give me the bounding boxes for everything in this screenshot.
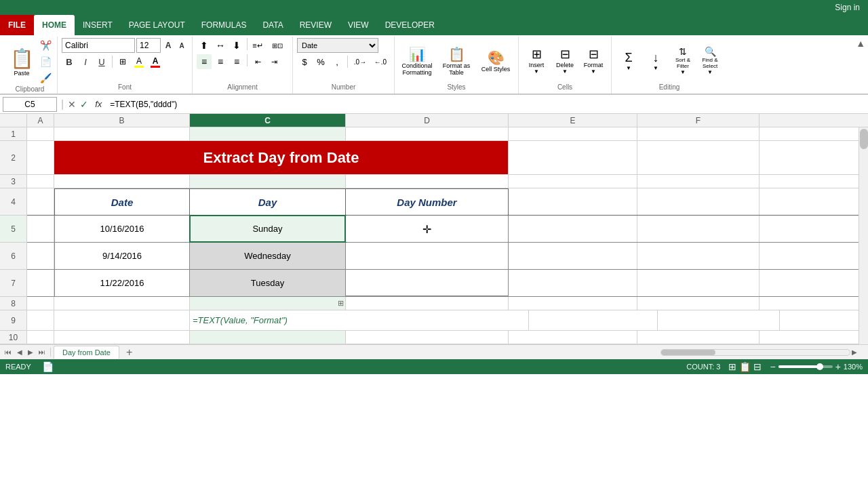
row-header-9[interactable]: 9 (0, 310, 26, 331)
cell-d6[interactable] (346, 243, 509, 269)
italic-button[interactable]: I (78, 54, 93, 69)
tab-home[interactable]: HOME (34, 15, 75, 35)
cell-f5[interactable] (637, 216, 760, 242)
col-header-e[interactable]: E (509, 114, 637, 127)
zoom-out-button[interactable]: − (770, 361, 775, 372)
tab-developer[interactable]: DEVELOPER (377, 15, 443, 35)
align-middle-button[interactable]: ↔ (213, 38, 228, 53)
align-left-button[interactable]: ≡ (197, 54, 212, 69)
cell-f6[interactable] (637, 243, 760, 269)
tab-insert[interactable]: INSERT (75, 15, 121, 35)
page-icon[interactable]: 📄 (42, 361, 54, 372)
cell-b9[interactable] (54, 310, 190, 330)
row-header-2[interactable]: 2 (0, 141, 26, 175)
cell-b8[interactable] (54, 297, 190, 310)
number-format-dropdown[interactable]: Date (297, 38, 378, 53)
conditional-formatting-button[interactable]: 📊 Conditional Formatting (399, 42, 435, 80)
cell-f1[interactable] (637, 127, 760, 140)
increase-decimal-button[interactable]: .0→ (351, 54, 370, 69)
cell-a10[interactable] (27, 331, 54, 344)
cell-e10[interactable] (509, 331, 637, 344)
decrease-indent-button[interactable]: ⇤ (250, 54, 265, 69)
cell-f8[interactable] (637, 297, 760, 310)
cell-d5[interactable]: ✛ (346, 216, 509, 242)
sheet-nav-first[interactable]: ⏮ (3, 348, 14, 357)
col-header-a[interactable]: A (27, 114, 54, 127)
paste-button[interactable]: 📋 Paste (7, 43, 37, 81)
comma-button[interactable]: , (330, 54, 344, 69)
cell-c8[interactable]: ⊞ (190, 297, 346, 310)
confirm-formula-icon[interactable]: ✓ (79, 99, 90, 110)
cell-c4[interactable]: Day (190, 188, 346, 215)
fill-button[interactable]: ↓ ▼ (643, 43, 669, 79)
cell-styles-button[interactable]: 🎨 Cell Styles (477, 42, 514, 80)
wrap-text-button[interactable]: ≡↵ (250, 38, 265, 53)
cell-d4[interactable]: Day Number (346, 188, 509, 215)
cell-f7[interactable] (637, 270, 760, 296)
align-center-button[interactable]: ≡ (213, 54, 228, 69)
decrease-decimal-button[interactable]: ←.0 (371, 54, 390, 69)
cell-a2[interactable] (27, 141, 54, 174)
cell-c9[interactable]: =TEXT(Value, "Format") (190, 310, 529, 330)
cell-b4[interactable]: Date (54, 188, 190, 215)
col-header-f[interactable]: F (637, 114, 760, 127)
row-header-3[interactable]: 3 (0, 175, 26, 188)
cell-a1[interactable] (27, 127, 54, 140)
cell-c6[interactable]: Wednesday (190, 243, 346, 269)
tab-review[interactable]: REVIEW (292, 15, 340, 35)
sign-in-text[interactable]: Sign in (835, 3, 860, 12)
currency-button[interactable]: $ (297, 54, 312, 69)
cell-b5[interactable]: 10/16/2016 (54, 216, 190, 242)
page-break-view-button[interactable]: ⊟ (753, 361, 762, 372)
format-as-table-button[interactable]: 📋 Format as Table (438, 42, 475, 80)
cell-a9[interactable] (27, 310, 54, 330)
tab-formulas[interactable]: FORMULAS (193, 15, 255, 35)
row-header-10[interactable]: 10 (0, 331, 26, 344)
align-right-button[interactable]: ≡ (229, 54, 244, 69)
col-header-b[interactable]: B (54, 114, 190, 127)
find-select-button[interactable]: 🔍 Find & Select ▼ (697, 43, 723, 79)
merge-center-button[interactable]: ⊞⊡ (267, 38, 288, 53)
increase-indent-button[interactable]: ⇥ (267, 54, 281, 69)
cell-d10[interactable] (346, 331, 509, 344)
horizontal-scrollbar[interactable] (660, 349, 850, 356)
page-layout-view-button[interactable]: 📋 (739, 361, 751, 372)
font-face-input[interactable] (62, 38, 135, 53)
cell-e5[interactable] (509, 216, 637, 242)
cell-c7[interactable]: Tuesday (190, 270, 346, 296)
cell-c10[interactable] (190, 331, 346, 344)
font-size-input[interactable] (136, 38, 161, 53)
cell-b7[interactable]: 11/22/2016 (54, 270, 190, 296)
cell-a3[interactable] (27, 175, 54, 188)
normal-view-button[interactable]: ⊞ (728, 361, 736, 372)
cell-e3[interactable] (509, 175, 637, 188)
bold-button[interactable]: B (62, 54, 77, 69)
align-top-button[interactable]: ⬆ (197, 38, 212, 53)
cell-f2[interactable] (637, 141, 760, 174)
cell-b10[interactable] (54, 331, 190, 344)
copy-button[interactable]: 📄 (38, 54, 53, 69)
autofill-handle[interactable]: ⊞ (338, 299, 344, 308)
tab-view[interactable]: VIEW (340, 15, 377, 35)
row-header-6[interactable]: 6 (0, 243, 26, 270)
cell-a7[interactable] (27, 270, 54, 296)
sheet-nav-prev[interactable]: ◀ (15, 348, 24, 357)
row-header-7[interactable]: 7 (0, 270, 26, 297)
cut-button[interactable]: ✂️ (38, 38, 53, 53)
cell-c3[interactable] (190, 175, 346, 188)
sheet-nav-last[interactable]: ⏭ (37, 348, 47, 357)
ribbon-collapse-button[interactable]: ▲ (856, 38, 865, 49)
cell-e2[interactable] (509, 141, 637, 174)
row-header-1[interactable]: 1 (0, 127, 26, 141)
cell-f3[interactable] (637, 175, 760, 188)
cell-a8[interactable] (27, 297, 54, 310)
cell-d8[interactable] (346, 297, 509, 310)
decrease-font-button[interactable]: A (176, 39, 188, 52)
tab-page-layout[interactable]: PAGE LAYOUT (121, 15, 193, 35)
col-header-d[interactable]: D (346, 114, 509, 127)
cell-a4[interactable] (27, 188, 54, 215)
tab-data[interactable]: DATA (254, 15, 291, 35)
delete-button[interactable]: ⊟ Delete ▼ (551, 43, 578, 79)
cell-e9[interactable] (529, 310, 658, 330)
fill-color-button[interactable]: A (132, 54, 146, 69)
